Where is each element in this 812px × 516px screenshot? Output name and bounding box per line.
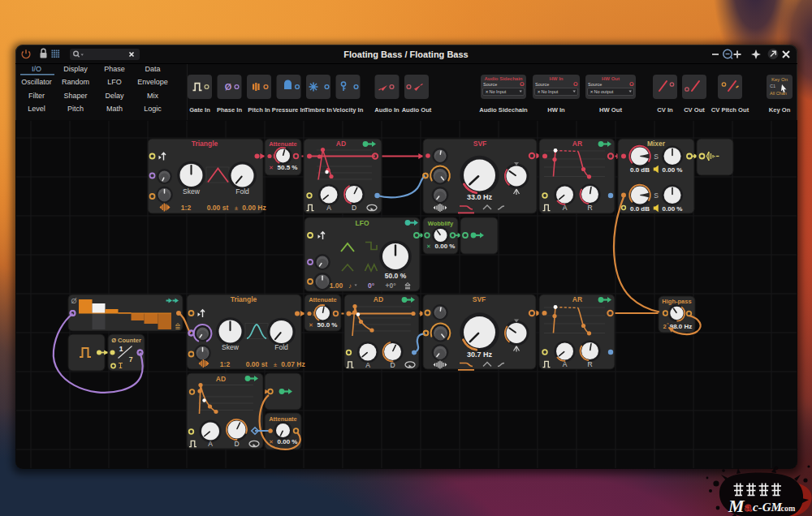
svg-text:M: M [728,496,745,516]
svg-text:2: 2 [663,323,666,330]
svg-text:Key On: Key On [771,77,788,82]
svg-text:7: 7 [129,355,133,363]
svg-text:A: A [365,361,370,369]
svg-text:Shaper: Shaper [63,92,87,100]
svg-text:c-GM: c-GM [753,501,782,514]
svg-text:Source: Source [535,82,549,87]
svg-text:✕: ✕ [309,322,313,328]
svg-text:HW Out: HW Out [599,106,622,114]
svg-text:High-pass: High-pass [662,298,691,305]
svg-text:Delay: Delay [105,92,124,100]
svg-text:Fold: Fold [274,343,288,351]
svg-text:Logic: Logic [144,105,162,113]
svg-text:Pressure In: Pressure In [272,106,306,114]
svg-text:D: D [234,440,239,448]
svg-text:Oscillator: Oscillator [21,78,52,86]
svg-text:Level: Level [28,105,45,113]
svg-text:Attenuate: Attenuate [309,296,337,303]
svg-text:✕: ✕ [486,89,489,94]
svg-text:Floating Bass / Floating Bass: Floating Bass / Floating Bass [343,49,468,59]
svg-text:A: A [208,440,213,448]
svg-text:♪: ♪ [348,282,352,290]
svg-text:CV Pitch Out: CV Pitch Out [711,106,749,114]
svg-text:AR: AR [572,140,582,148]
svg-text:Key On: Key On [769,106,791,114]
svg-text:Timbre In: Timbre In [304,106,332,114]
svg-text:Mix: Mix [147,92,158,100]
svg-text:No Input: No Input [542,89,559,94]
svg-text:0.00 st: 0.00 st [246,360,268,368]
svg-text:✕: ✕ [269,165,274,170]
svg-text:Display: Display [63,65,88,73]
svg-text:.com: .com [779,504,796,513]
svg-text:^: ^ [667,322,669,327]
svg-text:No output: No output [594,89,614,94]
svg-text:Fold: Fold [235,187,249,196]
svg-text:1: 1 [119,345,123,353]
svg-text:±: ± [235,204,239,212]
svg-text:Math: Math [106,105,123,113]
svg-text:HW In: HW In [547,106,565,114]
svg-text:0.00 %: 0.00 % [663,166,683,174]
svg-text:Audio Sidechain: Audio Sidechain [479,106,528,114]
svg-text:30.7 Hz: 30.7 Hz [467,350,493,359]
svg-text:Skew: Skew [222,343,240,351]
svg-text:Phase: Phase [104,65,125,73]
svg-text:Pitch In: Pitch In [248,106,270,114]
svg-text:±: ± [274,361,278,368]
svg-text:HW Out: HW Out [602,76,620,81]
svg-text:HW In: HW In [550,76,564,81]
svg-text:A: A [563,360,568,368]
svg-text:C1: C1 [770,84,775,88]
svg-text:0.0 dB: 0.0 dB [630,166,650,174]
svg-text:Filter: Filter [28,92,45,100]
svg-text:Audio In: Audio In [374,106,400,114]
svg-text:Wobblify: Wobblify [428,220,454,227]
svg-text:LFO: LFO [356,219,369,227]
svg-text:1:2: 1:2 [220,360,231,368]
svg-text:CV Out: CV Out [684,106,705,114]
svg-text:0.0 dB: 0.0 dB [630,205,650,213]
svg-text:50.0 %: 50.0 % [317,321,338,329]
svg-text:Random: Random [62,78,89,86]
svg-text:0.00 %: 0.00 % [278,438,298,445]
svg-text:Ø: Ø [71,297,76,305]
svg-text:✕: ✕ [269,439,274,445]
svg-text:0.00 %: 0.00 % [663,205,683,213]
svg-text:AD: AD [216,375,226,383]
svg-text:Ø Counter: Ø Counter [111,337,141,344]
svg-text:50.5 %: 50.5 % [278,164,298,171]
svg-text:0°: 0° [368,282,375,290]
svg-text:Audio Out: Audio Out [402,106,432,114]
svg-text:0.00 %: 0.00 % [435,243,456,250]
svg-text:+0°: +0° [385,282,396,290]
svg-text:0.07 Hz: 0.07 Hz [281,360,304,368]
svg-text:SVF: SVF [473,140,487,148]
svg-text:Phase In: Phase In [217,106,243,114]
svg-text:CV In: CV In [657,106,673,114]
svg-text:Velocity In: Velocity In [333,106,364,114]
svg-text:AR: AR [572,295,582,303]
svg-text:33.0 Hz: 33.0 Hz [467,193,493,201]
svg-text:SVF: SVF [473,295,486,303]
svg-text:Attenuate: Attenuate [269,140,297,148]
svg-text:Data: Data [145,65,160,73]
svg-text:1.00: 1.00 [330,282,343,290]
svg-text:✕: ✕ [590,89,594,94]
svg-text:Triangle: Triangle [192,140,218,148]
svg-text:R: R [587,204,592,212]
svg-text:0.00 st: 0.00 st [207,204,229,212]
svg-text:Attenuate: Attenuate [269,415,297,423]
svg-text:S: S [654,153,659,161]
svg-text:a: a [745,500,752,514]
svg-text:LFO: LFO [107,78,122,86]
svg-text:✕: ✕ [538,89,541,94]
svg-text:0.00 Hz: 0.00 Hz [242,204,266,212]
svg-text:I/O: I/O [32,65,41,73]
svg-text:Ø: Ø [225,82,232,92]
svg-text:Envelope: Envelope [137,78,168,86]
svg-text:Audio Sidechain: Audio Sidechain [484,76,522,81]
svg-text:✕: ✕ [426,243,431,249]
svg-text:AD: AD [336,140,346,148]
svg-text:Pitch: Pitch [67,105,84,113]
